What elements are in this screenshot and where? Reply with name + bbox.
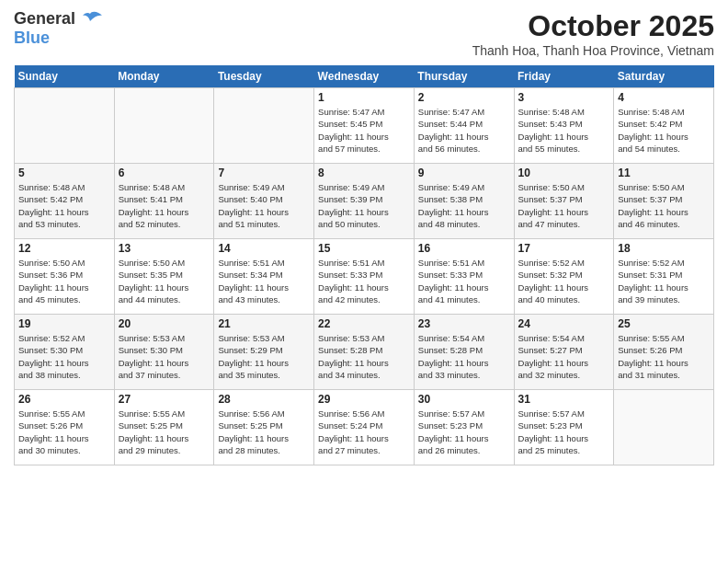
calendar-cell-2-1: 13Sunrise: 5:50 AMSunset: 5:35 PMDayligh… — [114, 239, 214, 315]
day-info: Sunrise: 5:47 AMSunset: 5:45 PMDaylight:… — [318, 106, 410, 155]
day-info: Sunrise: 5:56 AMSunset: 5:25 PMDaylight:… — [218, 408, 310, 456]
day-number: 26 — [18, 393, 110, 406]
day-info: Sunrise: 5:48 AMSunset: 5:43 PMDaylight:… — [518, 106, 610, 155]
logo: General Blue — [14, 9, 103, 48]
logo-bird-icon — [77, 10, 103, 29]
calendar-cell-0-5: 3Sunrise: 5:48 AMSunset: 5:43 PMDaylight… — [514, 88, 614, 164]
calendar-cell-1-2: 7Sunrise: 5:49 AMSunset: 5:40 PMDaylight… — [214, 164, 314, 239]
day-number: 11 — [618, 167, 710, 179]
day-info: Sunrise: 5:51 AMSunset: 5:33 PMDaylight:… — [418, 257, 510, 305]
day-info: Sunrise: 5:54 AMSunset: 5:28 PMDaylight:… — [418, 332, 510, 381]
header-thursday: Thursday — [414, 65, 514, 88]
calendar-table: Sunday Monday Tuesday Wednesday Thursday… — [14, 65, 714, 465]
day-number: 20 — [119, 317, 210, 330]
calendar-cell-3-4: 23Sunrise: 5:54 AMSunset: 5:28 PMDayligh… — [414, 315, 514, 390]
header-friday: Friday — [514, 65, 614, 88]
calendar-cell-3-3: 22Sunrise: 5:53 AMSunset: 5:28 PMDayligh… — [314, 315, 415, 390]
calendar-cell-1-4: 9Sunrise: 5:49 AMSunset: 5:38 PMDaylight… — [414, 164, 514, 239]
calendar-cell-3-0: 19Sunrise: 5:52 AMSunset: 5:30 PMDayligh… — [15, 315, 115, 390]
day-number: 17 — [518, 242, 610, 255]
week-row-1: 1Sunrise: 5:47 AMSunset: 5:45 PMDaylight… — [15, 88, 714, 164]
header-monday: Monday — [114, 65, 214, 88]
weekday-header-row: Sunday Monday Tuesday Wednesday Thursday… — [15, 65, 714, 88]
day-number: 29 — [318, 393, 410, 406]
calendar-cell-2-0: 12Sunrise: 5:50 AMSunset: 5:36 PMDayligh… — [15, 239, 115, 315]
day-number: 30 — [418, 393, 510, 406]
calendar-cell-2-5: 17Sunrise: 5:52 AMSunset: 5:32 PMDayligh… — [514, 239, 614, 315]
calendar-cell-2-4: 16Sunrise: 5:51 AMSunset: 5:33 PMDayligh… — [414, 239, 514, 315]
calendar-cell-3-2: 21Sunrise: 5:53 AMSunset: 5:29 PMDayligh… — [214, 315, 314, 390]
day-number: 6 — [119, 167, 210, 179]
day-number: 1 — [318, 91, 410, 104]
day-number: 7 — [218, 167, 310, 179]
day-info: Sunrise: 5:49 AMSunset: 5:38 PMDaylight:… — [418, 181, 510, 230]
day-info: Sunrise: 5:57 AMSunset: 5:23 PMDaylight:… — [518, 408, 610, 456]
day-info: Sunrise: 5:47 AMSunset: 5:44 PMDaylight:… — [418, 106, 510, 155]
calendar-cell-4-5: 31Sunrise: 5:57 AMSunset: 5:23 PMDayligh… — [514, 390, 614, 465]
day-number: 19 — [18, 317, 110, 330]
calendar-cell-2-3: 15Sunrise: 5:51 AMSunset: 5:33 PMDayligh… — [314, 239, 415, 315]
day-info: Sunrise: 5:51 AMSunset: 5:34 PMDaylight:… — [218, 257, 310, 305]
calendar-cell-3-1: 20Sunrise: 5:53 AMSunset: 5:30 PMDayligh… — [114, 315, 214, 390]
calendar-cell-1-3: 8Sunrise: 5:49 AMSunset: 5:39 PMDaylight… — [314, 164, 415, 239]
header-sunday: Sunday — [15, 65, 115, 88]
calendar-cell-4-6 — [614, 390, 714, 465]
day-number: 16 — [418, 242, 510, 255]
day-info: Sunrise: 5:57 AMSunset: 5:23 PMDaylight:… — [418, 408, 510, 456]
week-row-5: 26Sunrise: 5:55 AMSunset: 5:26 PMDayligh… — [15, 390, 714, 465]
calendar-cell-0-2 — [214, 88, 314, 164]
day-number: 4 — [618, 91, 710, 104]
day-info: Sunrise: 5:48 AMSunset: 5:42 PMDaylight:… — [618, 106, 710, 155]
calendar-cell-0-4: 2Sunrise: 5:47 AMSunset: 5:44 PMDaylight… — [414, 88, 514, 164]
day-number: 5 — [18, 167, 110, 179]
day-number: 12 — [18, 242, 110, 255]
calendar-cell-1-0: 5Sunrise: 5:48 AMSunset: 5:42 PMDaylight… — [15, 164, 115, 239]
day-info: Sunrise: 5:50 AMSunset: 5:36 PMDaylight:… — [18, 257, 110, 305]
calendar-cell-0-6: 4Sunrise: 5:48 AMSunset: 5:42 PMDaylight… — [614, 88, 714, 164]
day-number: 8 — [318, 167, 410, 179]
day-info: Sunrise: 5:56 AMSunset: 5:24 PMDaylight:… — [318, 408, 410, 456]
week-row-4: 19Sunrise: 5:52 AMSunset: 5:30 PMDayligh… — [15, 315, 714, 390]
day-info: Sunrise: 5:53 AMSunset: 5:29 PMDaylight:… — [218, 332, 310, 381]
calendar-cell-1-6: 11Sunrise: 5:50 AMSunset: 5:37 PMDayligh… — [614, 164, 714, 239]
calendar-cell-0-0 — [15, 88, 115, 164]
day-number: 15 — [318, 242, 410, 255]
day-number: 18 — [618, 242, 710, 255]
calendar-cell-2-6: 18Sunrise: 5:52 AMSunset: 5:31 PMDayligh… — [614, 239, 714, 315]
day-number: 14 — [218, 242, 310, 255]
day-info: Sunrise: 5:48 AMSunset: 5:41 PMDaylight:… — [119, 181, 210, 230]
day-info: Sunrise: 5:55 AMSunset: 5:25 PMDaylight:… — [119, 408, 210, 456]
day-number: 28 — [218, 393, 310, 406]
calendar-cell-3-5: 24Sunrise: 5:54 AMSunset: 5:27 PMDayligh… — [514, 315, 614, 390]
day-info: Sunrise: 5:50 AMSunset: 5:35 PMDaylight:… — [119, 257, 210, 305]
calendar-cell-4-4: 30Sunrise: 5:57 AMSunset: 5:23 PMDayligh… — [414, 390, 514, 465]
day-info: Sunrise: 5:50 AMSunset: 5:37 PMDaylight:… — [618, 181, 710, 230]
day-info: Sunrise: 5:55 AMSunset: 5:26 PMDaylight:… — [18, 408, 110, 456]
logo-general-text: General — [14, 9, 75, 29]
week-row-2: 5Sunrise: 5:48 AMSunset: 5:42 PMDaylight… — [15, 164, 714, 239]
title-area: October 2025 Thanh Hoa, Thanh Hoa Provin… — [472, 9, 714, 58]
day-info: Sunrise: 5:53 AMSunset: 5:28 PMDaylight:… — [318, 332, 410, 381]
header: General Blue October 2025 Thanh Hoa, Tha… — [14, 9, 714, 58]
day-number: 9 — [418, 167, 510, 179]
month-title: October 2025 — [472, 9, 714, 43]
day-info: Sunrise: 5:52 AMSunset: 5:32 PMDaylight:… — [518, 257, 610, 305]
day-number: 22 — [318, 317, 410, 330]
day-info: Sunrise: 5:49 AMSunset: 5:40 PMDaylight:… — [218, 181, 310, 230]
day-number: 2 — [418, 91, 510, 104]
calendar-cell-3-6: 25Sunrise: 5:55 AMSunset: 5:26 PMDayligh… — [614, 315, 714, 390]
day-number: 3 — [518, 91, 610, 104]
header-tuesday: Tuesday — [214, 65, 314, 88]
calendar-cell-4-0: 26Sunrise: 5:55 AMSunset: 5:26 PMDayligh… — [15, 390, 115, 465]
location-title: Thanh Hoa, Thanh Hoa Province, Vietnam — [472, 43, 714, 58]
day-number: 24 — [518, 317, 610, 330]
calendar-cell-4-2: 28Sunrise: 5:56 AMSunset: 5:25 PMDayligh… — [214, 390, 314, 465]
day-info: Sunrise: 5:50 AMSunset: 5:37 PMDaylight:… — [518, 181, 610, 230]
page-container: General Blue October 2025 Thanh Hoa, Tha… — [0, 0, 728, 470]
header-saturday: Saturday — [614, 65, 714, 88]
day-info: Sunrise: 5:49 AMSunset: 5:39 PMDaylight:… — [318, 181, 410, 230]
day-number: 27 — [119, 393, 210, 406]
day-number: 31 — [518, 393, 610, 406]
week-row-3: 12Sunrise: 5:50 AMSunset: 5:36 PMDayligh… — [15, 239, 714, 315]
day-info: Sunrise: 5:52 AMSunset: 5:31 PMDaylight:… — [618, 257, 710, 305]
